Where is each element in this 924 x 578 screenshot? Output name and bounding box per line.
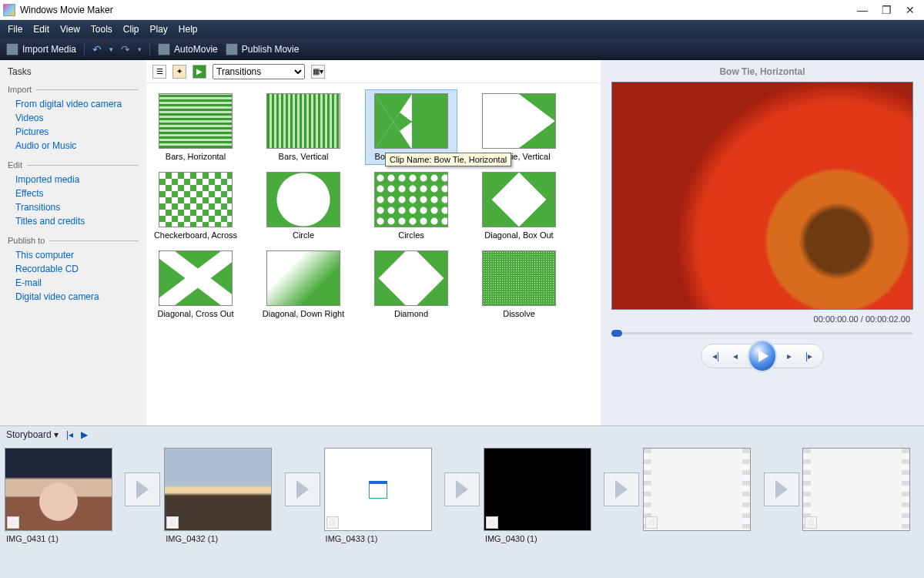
transition-item[interactable]: Circles	[365, 168, 457, 244]
rewind-button[interactable]: ◂	[727, 347, 743, 365]
storyboard-transition-slot[interactable]	[760, 448, 803, 531]
task-link[interactable]: Imported media	[8, 173, 139, 187]
transition-item[interactable]: Checkerboard, Across	[149, 168, 242, 244]
storyboard-clip[interactable]: ☆IMG_0433 (1)	[324, 448, 439, 546]
task-link[interactable]: Audio or Music	[8, 139, 139, 153]
import-label: Import Media	[22, 44, 76, 55]
menu-help[interactable]: Help	[179, 24, 198, 35]
storyboard-clip[interactable]: ☆IMG_0431 (1)	[5, 448, 119, 546]
transition-thumb	[482, 250, 556, 306]
star-icon[interactable]: ☆	[805, 516, 817, 529]
undo-button[interactable]: ↶	[92, 43, 102, 55]
task-link[interactable]: Recordable CD	[8, 262, 139, 276]
star-icon[interactable]: ☆	[326, 516, 339, 529]
close-button[interactable]: ✕	[906, 4, 915, 16]
task-link[interactable]: This computer	[8, 248, 139, 262]
task-link[interactable]: Transitions	[8, 200, 139, 214]
task-link[interactable]: Effects	[8, 187, 139, 200]
window-titlebar: Windows Movie Maker — ❐ ✕	[0, 0, 924, 20]
undo-dropdown[interactable]: ▾	[109, 45, 113, 53]
task-link[interactable]: Videos	[8, 111, 139, 125]
import-icon	[6, 43, 18, 55]
play-button[interactable]	[748, 340, 776, 372]
clip-frame: ☆	[324, 448, 432, 531]
transition-item[interactable]: Diagonal, Down Right	[257, 247, 350, 322]
menu-play[interactable]: Play	[150, 24, 168, 35]
preview-timecode: 00:00:00.00 / 00:00:02.00	[814, 314, 910, 324]
menu-view[interactable]: View	[60, 24, 80, 35]
next-frame-button[interactable]: |▸	[801, 347, 817, 365]
storyboard-clip[interactable]: ☆IMG_0432 (1)	[164, 448, 279, 546]
transition-item[interactable]: Diamond	[365, 247, 457, 322]
prev-frame-button[interactable]: ◂|	[708, 347, 724, 365]
transition-item[interactable]: Circle	[257, 168, 350, 244]
clip-caption: IMG_0430 (1)	[484, 531, 598, 546]
clip-caption	[643, 531, 758, 537]
transition-thumb	[266, 250, 340, 306]
storyboard-transition-slot[interactable]	[121, 448, 164, 531]
clip-name-tooltip: Clip Name: Bow Tie, Horizontal	[385, 153, 511, 166]
minimize-button[interactable]: —	[857, 4, 868, 16]
star-icon[interactable]: ☆	[7, 516, 19, 529]
transition-item[interactable]: Diagonal, Box Out	[473, 168, 565, 244]
collection-dropdown[interactable]: Transitions	[213, 64, 305, 79]
storyboard-clip[interactable]: ☆IMG_0430 (1)	[484, 448, 598, 546]
transition-slot-icon	[444, 472, 480, 506]
transition-thumb	[482, 93, 556, 149]
redo-button[interactable]: ↷	[121, 43, 130, 55]
star-icon[interactable]: ☆	[166, 516, 179, 529]
transition-slot-icon	[764, 472, 799, 506]
transition-thumb	[266, 93, 340, 149]
storyboard-transition-slot[interactable]	[281, 448, 324, 531]
maximize-button[interactable]: ❐	[882, 4, 892, 16]
menu-edit[interactable]: Edit	[33, 24, 49, 35]
menu-clip[interactable]: Clip	[123, 24, 139, 35]
seek-knob[interactable]	[611, 330, 622, 337]
redo-dropdown[interactable]: ▾	[138, 45, 142, 53]
automovie-button[interactable]: AutoMovie	[158, 43, 218, 55]
storyboard-clip[interactable]: ☆	[643, 448, 758, 537]
window-title: Windows Movie Maker	[20, 5, 857, 15]
preview-seek-bar[interactable]	[611, 330, 913, 336]
transition-label: Dissolve	[477, 309, 561, 318]
transition-item[interactable]: Bars, Horizontal	[149, 89, 242, 165]
task-link[interactable]: From digital video camera	[8, 97, 139, 111]
preview-title: Bow Tie, Horizontal	[719, 63, 805, 82]
star-icon[interactable]: ☆	[645, 516, 658, 529]
transition-thumb	[374, 93, 448, 149]
storyboard-transition-slot[interactable]	[440, 448, 484, 531]
view-options-button[interactable]: ▦▾	[311, 65, 325, 79]
storyboard-header: Storyboard ▾ |◂ ▶	[0, 426, 924, 443]
forward-button[interactable]: ▸	[782, 347, 798, 365]
storyboard-clip[interactable]: ☆	[802, 448, 917, 537]
task-link[interactable]: E-mail	[8, 276, 139, 290]
seek-track	[611, 332, 913, 334]
preview-pane: Bow Tie, Horizontal 00:00:00.00 / 00:00:…	[601, 60, 924, 425]
storyboard-track[interactable]: ☆IMG_0431 (1)☆IMG_0432 (1)☆IMG_0433 (1)☆…	[0, 443, 924, 578]
menu-file[interactable]: File	[8, 24, 22, 35]
task-link[interactable]: Titles and credits	[8, 214, 139, 228]
storyboard-transition-slot[interactable]	[600, 448, 643, 531]
transition-label: Checkerboard, Across	[153, 230, 238, 240]
import-media-button[interactable]: Import Media	[6, 43, 76, 55]
storyboard-play-button[interactable]: ▶	[81, 429, 88, 440]
separator	[84, 42, 85, 56]
star-icon[interactable]: ☆	[486, 516, 498, 529]
collections-button[interactable]: ✦	[172, 65, 186, 79]
transition-item[interactable]: Dissolve	[473, 247, 565, 322]
collection-scroll[interactable]: Bars, HorizontalBars, VerticalBow Tie, H…	[146, 83, 601, 425]
menu-tools[interactable]: Tools	[91, 24, 112, 35]
transition-label: Bars, Horizontal	[153, 152, 238, 161]
task-link[interactable]: Pictures	[8, 125, 139, 139]
publish-movie-button[interactable]: Publish Movie	[226, 43, 300, 55]
transition-label: Circles	[369, 230, 454, 240]
transition-item[interactable]: Diagonal, Cross Out	[149, 247, 242, 322]
transition-thumb	[482, 172, 556, 227]
storyboard-rewind-button[interactable]: |◂	[66, 429, 73, 440]
view-toggle-button[interactable]: ☰	[152, 65, 166, 79]
storyboard-label[interactable]: Storyboard ▾	[6, 429, 59, 440]
task-link[interactable]: Digital video camera	[8, 290, 139, 304]
transition-item[interactable]: Bars, Vertical	[257, 89, 350, 165]
clip-frame: ☆	[5, 448, 112, 531]
transition-thumb	[374, 172, 448, 227]
